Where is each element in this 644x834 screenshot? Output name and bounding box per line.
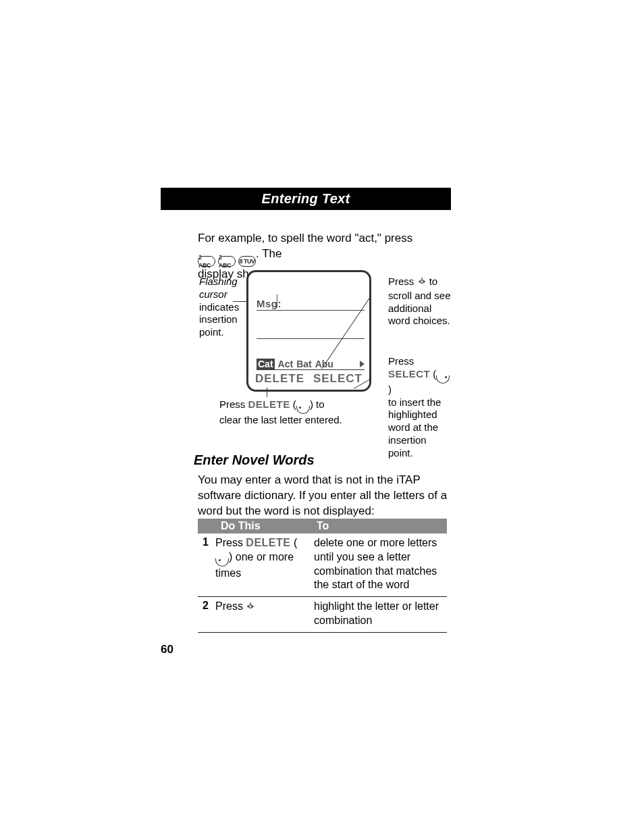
candidate-underline — [257, 369, 365, 370]
table-header: Do This To — [198, 519, 447, 533]
step-result: delete one or more letters until you see… — [314, 536, 447, 592]
softkey-right: SELECT — [313, 372, 363, 386]
col-do-this: Do This — [218, 519, 314, 533]
display-diagram: Flashing cursor indicates insertion poin… — [199, 270, 452, 429]
candidate-row: Cat Act Bat Abu — [257, 359, 365, 369]
nav-key-icon — [246, 601, 255, 615]
step-result: highlight the letter or letter combinati… — [314, 600, 447, 628]
softkey-left: DELETE — [255, 372, 304, 386]
phone-display: Msg: Cat Act Bat Abu DELETE SELECT — [246, 270, 371, 392]
cursor-icon — [277, 294, 277, 308]
nav-key-icon — [417, 277, 427, 290]
msg-label: Msg: — [257, 298, 281, 309]
keycap-8-icon: 8 TUV — [238, 256, 256, 267]
key-sequence: 2 ABC 2 ABC 8 TUV — [198, 256, 256, 267]
page-number: 60 — [161, 643, 173, 656]
step-action: Press DELETE () one or more times — [215, 536, 314, 592]
section-paragraph: You may enter a word that is not in the … — [198, 473, 448, 519]
callout-select: Press SELECT () to insert the highlighte… — [388, 355, 452, 459]
softkey-row: DELETE SELECT — [248, 372, 369, 386]
chapter-title: Entering Text — [262, 191, 350, 207]
candidate-highlighted: Cat — [257, 359, 275, 369]
callout-delete: Press DELETE () to clear the last letter… — [219, 398, 354, 427]
candidate: Act — [278, 359, 294, 369]
intro-text-b: . The — [256, 247, 281, 260]
step-number: 1 — [198, 536, 215, 592]
callout-cursor: Flashing cursor indicates insertion poin… — [199, 276, 246, 339]
table-row: 2 Press highlight the letter or letter c… — [198, 597, 447, 633]
left-softkey-icon — [296, 406, 310, 414]
chapter-header: Entering Text — [161, 188, 451, 210]
keycap-2-icon: 2 ABC — [198, 256, 215, 267]
left-softkey-icon — [215, 558, 229, 567]
svg-point-1 — [421, 278, 423, 280]
step-action: Press — [215, 600, 314, 628]
candidate: Bat — [296, 359, 312, 369]
table-row: 1 Press DELETE () one or more times dele… — [198, 533, 447, 597]
svg-point-3 — [250, 603, 251, 604]
text-line — [257, 338, 365, 339]
right-softkey-icon — [436, 375, 450, 384]
leader-line — [267, 388, 267, 397]
intro-text-a: For example, to spell the word "act," pr… — [198, 232, 412, 244]
text-line — [257, 310, 365, 311]
keycap-2-icon: 2 ABC — [218, 256, 236, 267]
steps-table: Do This To 1 Press DELETE () one or more… — [198, 519, 447, 633]
svg-point-0 — [420, 280, 423, 284]
section-heading: Enter Novel Words — [194, 452, 315, 468]
col-to: To — [314, 519, 447, 533]
step-number: 2 — [198, 600, 215, 628]
scroll-right-icon — [360, 361, 365, 367]
callout-scroll: Press to scroll and see additional word … — [388, 276, 452, 328]
svg-point-2 — [249, 605, 252, 608]
